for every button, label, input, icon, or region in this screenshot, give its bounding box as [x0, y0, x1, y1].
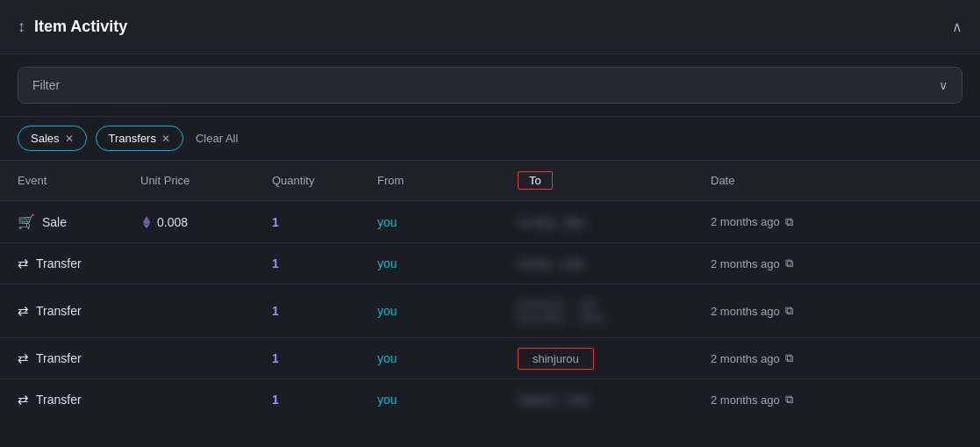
- filter-dropdown[interactable]: Filter ∨: [18, 67, 962, 104]
- event-cell: ⇄ Transfer: [0, 243, 123, 285]
- event-label: Sale: [42, 215, 67, 229]
- to-cell: 0xbb33...7e90: [500, 379, 693, 421]
- event-label: Transfer: [36, 304, 82, 318]
- col-header-event: Event: [0, 161, 123, 201]
- panel-title: Item Activity: [34, 18, 127, 36]
- col-header-date: Date: [693, 161, 980, 201]
- eth-icon: [140, 216, 153, 228]
- external-link-icon[interactable]: ⧉: [785, 215, 793, 229]
- from-cell[interactable]: you: [360, 285, 500, 338]
- date-cell: 2 months ago ⧉: [693, 379, 980, 421]
- price-cell: [123, 243, 254, 285]
- filter-chevron-icon: ∨: [939, 78, 948, 92]
- tag-transfers[interactable]: Transfers ✕: [96, 126, 183, 151]
- col-to-highlighted: To: [518, 171, 553, 190]
- date-value: 2 months ago: [711, 215, 780, 228]
- from-cell[interactable]: you: [360, 243, 500, 285]
- filter-label: Filter: [32, 78, 60, 92]
- qty-cell: 1: [254, 201, 360, 243]
- date-cell: 2 months ago ⧉: [693, 338, 980, 379]
- sort-icon: ↕: [18, 18, 25, 36]
- event-cell: ⇄ Transfer: [0, 285, 123, 338]
- event-label: Transfer: [36, 256, 82, 270]
- price-cell: [123, 379, 254, 421]
- col-header-to: To: [500, 161, 693, 201]
- from-cell[interactable]: you: [360, 338, 500, 379]
- price-cell: 0.008: [123, 201, 254, 243]
- table-row: 🛒 Sale 0.008 1: [0, 201, 980, 243]
- tag-sales-label: Sales: [31, 132, 60, 145]
- item-activity-panel: ↕ Item Activity ∧ Filter ∨ Sales ✕ Trans…: [0, 0, 980, 447]
- event-label: Transfer: [36, 393, 82, 407]
- event-cell: ⇄ Transfer: [0, 379, 123, 421]
- event-label: Transfer: [36, 351, 82, 365]
- tag-sales[interactable]: Sales ✕: [18, 126, 87, 151]
- price-cell: [123, 285, 254, 338]
- external-link-icon[interactable]: ⧉: [785, 304, 793, 318]
- external-link-icon[interactable]: ⧉: [785, 256, 793, 270]
- date-cell: 2 months ago ⧉: [693, 243, 980, 285]
- date-value: 2 months ago: [711, 352, 780, 365]
- tag-sales-close[interactable]: ✕: [65, 133, 74, 145]
- clear-all-button[interactable]: Clear All: [192, 132, 241, 145]
- collapse-chevron[interactable]: ∧: [952, 18, 962, 35]
- col-header-quantity: Quantity: [254, 161, 360, 201]
- table-row: ⇄ Transfer 1 you 0x4f2e...a19c 2 months …: [0, 243, 980, 285]
- to-value-blurred: 0xbb33...7e90: [518, 393, 590, 407]
- to-cell: 0x9a1b...d4 0xcc8e...f201: [500, 285, 693, 338]
- tags-row: Sales ✕ Transfers ✕ Clear All: [0, 117, 980, 161]
- to-value-blurred: 0x9a1b...d4 0xcc8e...f201: [518, 298, 608, 325]
- to-value-shinjurou: shinjurou: [518, 348, 594, 370]
- price-cell: [123, 338, 254, 379]
- col-header-unit-price: Unit Price: [123, 161, 254, 201]
- from-cell[interactable]: you: [360, 201, 500, 243]
- event-cell: 🛒 Sale: [0, 201, 123, 243]
- panel-header: ↕ Item Activity ∧: [0, 0, 980, 54]
- transfer-icon: ⇄: [18, 256, 29, 271]
- activity-table-body: 🛒 Sale 0.008 1: [0, 201, 980, 421]
- col-header-from: From: [360, 161, 500, 201]
- tag-transfers-label: Transfers: [109, 132, 156, 145]
- transfer-icon: ⇄: [18, 303, 29, 319]
- header-left: ↕ Item Activity: [18, 18, 127, 36]
- to-cell: 0x4f2e...a19c: [500, 243, 693, 285]
- date-value: 2 months ago: [711, 257, 780, 270]
- filter-bar: Filter ∨: [0, 54, 980, 117]
- date-cell: 2 months ago ⧉: [693, 201, 980, 243]
- qty-cell: 1: [254, 338, 360, 379]
- table-header-row: Event Unit Price Quantity From To: [0, 161, 980, 201]
- to-value-blurred: 0x7d3a...f8bc: [518, 216, 586, 229]
- external-link-icon[interactable]: ⧉: [785, 393, 793, 407]
- table-row: ⇄ Transfer 1 you 0x9a1b...d4 0xcc8e...f2…: [0, 285, 980, 338]
- cart-icon: 🛒: [18, 213, 35, 230]
- tag-transfers-close[interactable]: ✕: [161, 133, 170, 145]
- date-value: 2 months ago: [711, 393, 780, 407]
- external-link-icon[interactable]: ⧉: [785, 351, 793, 365]
- to-cell-highlighted: shinjurou: [500, 338, 693, 379]
- table-row: ⇄ Transfer 1 you 0xbb33...7e90 2 months …: [0, 379, 980, 421]
- from-cell[interactable]: you: [360, 379, 500, 421]
- event-cell: ⇄ Transfer: [0, 338, 123, 379]
- to-cell: 0x7d3a...f8bc: [500, 201, 693, 243]
- qty-cell: 1: [254, 243, 360, 285]
- transfer-icon: ⇄: [18, 350, 29, 366]
- activity-table-container: Event Unit Price Quantity From To: [0, 161, 980, 447]
- price-value: 0.008: [157, 215, 188, 229]
- qty-cell: 1: [254, 285, 360, 338]
- date-value: 2 months ago: [711, 305, 780, 318]
- date-cell: 2 months ago ⧉: [693, 285, 980, 338]
- table-row: ⇄ Transfer 1 you shinjurou 2 months ago …: [0, 338, 980, 379]
- to-value-blurred: 0x4f2e...a19c: [518, 257, 586, 270]
- transfer-icon: ⇄: [18, 392, 29, 407]
- activity-table: Event Unit Price Quantity From To: [0, 161, 980, 420]
- qty-cell: 1: [254, 379, 360, 421]
